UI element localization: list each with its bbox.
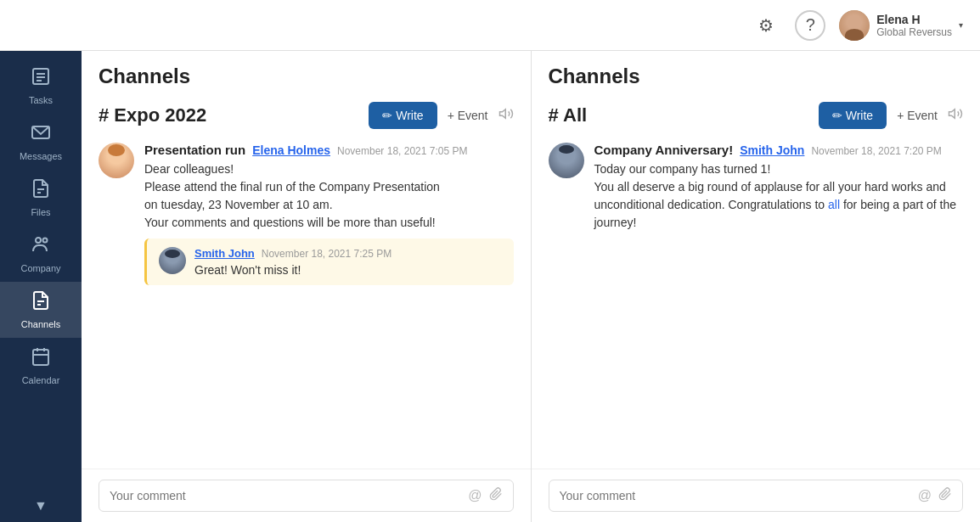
messages-icon <box>31 122 51 148</box>
left-comment-input-wrap: @ <box>99 480 514 512</box>
tasks-icon <box>31 66 51 92</box>
left-message-content: Presentation run Elena Holmes November 1… <box>144 143 514 285</box>
sidebar-item-calendar[interactable]: Calendar <box>0 338 82 394</box>
left-msg-time: November 18, 2021 7:05 PM <box>337 145 467 157</box>
left-msg-line2: Please attend the final run of the Compa… <box>144 180 440 194</box>
elena-avatar <box>99 143 134 178</box>
right-channel-title-row: # All ✏ Write + Event <box>549 102 964 129</box>
top-header: ⚙ ? Elena H Global Reversus ▾ <box>0 0 980 51</box>
left-msg-header: Presentation run Elena Holmes November 1… <box>144 143 514 157</box>
right-comment-input-wrap: @ <box>549 480 964 512</box>
sidebar-label-company: Company <box>20 263 60 273</box>
left-msg-author[interactable]: Elena Holmes <box>252 143 330 157</box>
right-write-button[interactable]: ✏ Write <box>819 102 887 129</box>
reply-author[interactable]: Smith John <box>194 247 255 260</box>
sidebar-item-files[interactable]: Files <box>0 170 82 226</box>
avatar <box>839 10 870 41</box>
right-msg-title: Company Anniversary! <box>594 143 734 157</box>
right-event-button[interactable]: + Event <box>897 109 938 122</box>
user-org: Global Reversus <box>876 26 952 38</box>
sidebar-item-messages[interactable]: Messages <box>0 114 82 170</box>
files-icon <box>31 178 51 204</box>
smith-avatar <box>549 143 584 178</box>
reply-header: Smith John November 18, 2021 7:25 PM <box>194 247 502 260</box>
right-message-content: Company Anniversary! Smith John November… <box>594 143 964 232</box>
right-msg-text1: Today our company has turned 1! <box>594 162 771 176</box>
svg-rect-11 <box>33 350 48 365</box>
right-message-block: Company Anniversary! Smith John November… <box>549 143 964 232</box>
left-msg-title: Presentation run <box>144 143 245 157</box>
right-comment-input-row: @ <box>532 469 981 522</box>
right-comment-input[interactable] <box>560 489 911 502</box>
reply-time: November 18, 2021 7:25 PM <box>262 248 391 260</box>
content-area: Channels # Expo 2022 ✏ Write + Event <box>82 51 980 522</box>
left-channel-title: # Expo 2022 <box>99 104 358 126</box>
company-icon <box>31 234 51 260</box>
right-mention-icon[interactable]: @ <box>918 488 932 503</box>
reply-block: Smith John November 18, 2021 7:25 PM Gre… <box>144 239 514 285</box>
left-comment-input[interactable] <box>110 489 461 502</box>
channels-icon <box>31 290 51 316</box>
help-icon[interactable]: ? <box>795 10 825 41</box>
settings-icon[interactable]: ⚙ <box>751 10 781 41</box>
svg-point-7 <box>36 238 41 243</box>
sidebar-label-channels: Channels <box>21 319 60 329</box>
svg-marker-16 <box>949 109 955 119</box>
left-attach-icon[interactable] <box>489 487 503 504</box>
reply-content: Smith John November 18, 2021 7:25 PM Gre… <box>194 247 502 277</box>
user-profile[interactable]: Elena H Global Reversus ▾ <box>839 10 963 41</box>
sidebar-item-channels[interactable]: Channels <box>0 282 82 338</box>
sidebar: Tasks Messages Files <box>0 51 82 522</box>
right-page-title: Channels <box>549 65 964 88</box>
right-channel-title: # All <box>549 104 808 126</box>
right-channel-panel: Channels # All ✏ Write + Event <box>532 51 981 522</box>
svg-marker-15 <box>499 109 505 119</box>
right-msg-highlight: all <box>828 198 840 211</box>
user-name: Elena H <box>876 13 952 26</box>
sidebar-item-tasks[interactable]: Tasks <box>0 58 82 114</box>
right-messages-area: Company Anniversary! Smith John November… <box>532 129 981 469</box>
left-event-button[interactable]: + Event <box>448 109 488 122</box>
sidebar-more[interactable]: ▼ <box>0 490 82 522</box>
chevron-down-icon: ▾ <box>959 20 963 30</box>
left-mention-icon[interactable]: @ <box>468 488 482 503</box>
right-msg-time: November 18, 2021 7:20 PM <box>811 145 941 157</box>
left-messages-area: Presentation run Elena Holmes November 1… <box>82 129 531 469</box>
main-layout: Tasks Messages Files <box>0 51 980 522</box>
sidebar-item-company[interactable]: Company <box>0 226 82 282</box>
sidebar-label-messages: Messages <box>20 151 62 161</box>
chevron-down-icon: ▼ <box>34 498 48 514</box>
left-channel-title-row: # Expo 2022 ✏ Write + Event <box>99 102 514 129</box>
left-msg-text: Dear colleagues! Please attend the final… <box>144 160 514 232</box>
left-msg-line3: on tuesday, 23 November at 10 am. <box>144 198 333 211</box>
right-page-title-wrapper: Channels # All ✏ Write + Event <box>532 51 981 129</box>
sidebar-label-tasks: Tasks <box>29 95 53 105</box>
left-comment-input-row: @ <box>82 469 531 522</box>
left-msg-line4: Your comments and questions will be more… <box>144 216 436 229</box>
right-mute-icon[interactable] <box>948 106 963 125</box>
left-mute-icon[interactable] <box>498 106 514 125</box>
right-attach-icon[interactable] <box>938 487 952 504</box>
left-msg-line1: Dear colleagues! <box>144 162 234 176</box>
left-message-block: Presentation run Elena Holmes November 1… <box>99 143 514 285</box>
svg-point-8 <box>43 239 48 243</box>
reply-text: Great! Won't miss it! <box>194 263 502 277</box>
left-channel-panel: Channels # Expo 2022 ✏ Write + Event <box>82 51 532 522</box>
sidebar-label-files: Files <box>31 207 50 217</box>
smith-reply-avatar <box>159 247 186 274</box>
right-msg-header: Company Anniversary! Smith John November… <box>594 143 964 157</box>
left-page-title-wrapper: Channels # Expo 2022 ✏ Write + Event <box>82 51 531 129</box>
right-msg-author[interactable]: Smith John <box>740 143 804 157</box>
left-page-title: Channels <box>99 65 514 88</box>
right-msg-text: Today our company has turned 1! You all … <box>594 160 964 232</box>
left-write-button[interactable]: ✏ Write <box>369 102 436 129</box>
calendar-icon <box>31 346 51 372</box>
sidebar-label-calendar: Calendar <box>22 375 60 385</box>
